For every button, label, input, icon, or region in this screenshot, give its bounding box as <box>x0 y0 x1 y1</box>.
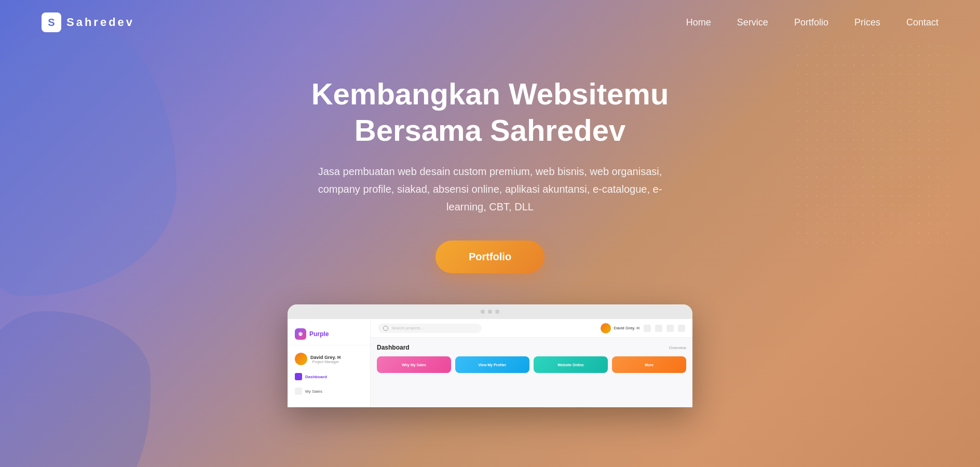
mock-card-teal: Website Online <box>534 356 608 373</box>
mock-sidebar: Purple David Grey. H Project Manager Das… <box>288 319 371 407</box>
mock-topbar-user: David Grey. H <box>601 323 639 333</box>
mock-brand: Purple <box>288 326 370 345</box>
mock-nav-dot-sales <box>295 388 302 395</box>
browser-bar <box>288 304 692 319</box>
mock-search: Search projects... <box>378 324 482 333</box>
hero-title-line1: Kembangkan Websitemu <box>311 77 669 111</box>
mock-nav-label-sales: My Sales <box>305 389 322 394</box>
mock-overview-label: Overview <box>669 345 686 350</box>
mock-card-orange: More <box>612 356 686 373</box>
mock-user-role: Project Manager <box>310 360 341 364</box>
mock-user-info: David Grey. H Project Manager <box>310 355 341 364</box>
mock-brand-icon <box>295 328 306 340</box>
browser-dot-1 <box>481 310 485 314</box>
nav-link-portfolio[interactable]: Portfolio <box>794 17 828 28</box>
logo-area: S Sahredev <box>42 12 134 32</box>
mock-topbar-avatar <box>601 323 611 333</box>
mock-dashboard-header: Dashboard Overview <box>377 344 686 351</box>
mock-content: Dashboard Overview Why My Sales View My … <box>371 338 692 379</box>
browser-dot-3 <box>495 310 499 314</box>
mock-card-label-pink: Why My Sales <box>402 363 426 367</box>
mock-nav-dashboard: Dashboard <box>288 370 370 383</box>
hero-title-line2: Bersama Sahredev <box>355 113 625 147</box>
logo-letter: S <box>48 17 55 29</box>
logo-icon: S <box>42 12 61 32</box>
mock-card-label-orange: More <box>645 363 654 367</box>
mock-card-label-blue: View My Profiler <box>479 363 507 367</box>
mock-topbar-icon-3 <box>666 325 674 332</box>
mock-topbar-icon-2 <box>655 325 662 332</box>
hero-title: Kembangkan Websitemu Bersama Sahredev <box>311 76 669 148</box>
browser-inner: Purple David Grey. H Project Manager Das… <box>288 319 692 407</box>
brand-name: Sahredev <box>66 16 134 29</box>
mock-topbar: Search projects... David Grey. H <box>371 319 692 338</box>
mock-brand-label: Purple <box>309 330 329 338</box>
hero-subtitle: Jasa pembuatan web desain custom premium… <box>314 163 666 216</box>
browser-mockup: Purple David Grey. H Project Manager Das… <box>288 304 692 407</box>
nav-link-contact[interactable]: Contact <box>906 17 938 28</box>
mock-nav-dot-dashboard <box>295 373 302 380</box>
mock-card-pink: Why My Sales <box>377 356 451 373</box>
nav-link-home[interactable]: Home <box>686 17 711 28</box>
nav-link-service[interactable]: Service <box>737 17 768 28</box>
mock-topbar-right: David Grey. H <box>601 323 685 333</box>
mock-topbar-icon-1 <box>644 325 651 332</box>
mock-topbar-icon-4 <box>678 325 685 332</box>
mock-user-row: David Grey. H Project Manager <box>288 350 370 368</box>
mock-nav-sales: My Sales <box>288 385 370 397</box>
nav-item-contact[interactable]: Contact <box>906 17 938 28</box>
mock-avatar <box>295 353 307 365</box>
nav-item-service[interactable]: Service <box>737 17 768 28</box>
nav-item-home[interactable]: Home <box>686 17 711 28</box>
nav-item-prices[interactable]: Prices <box>854 17 880 28</box>
mock-cards-row: Why My Sales View My Profiler Website On… <box>377 356 686 373</box>
hero-section: S Sahredev Home Service Portfolio Prices… <box>0 0 980 467</box>
mock-topbar-name: David Grey. H <box>614 326 639 330</box>
search-icon <box>383 326 388 331</box>
mock-user-name: David Grey. H <box>310 355 341 360</box>
portfolio-button[interactable]: Portfolio <box>435 241 545 273</box>
browser-dot-2 <box>488 310 492 314</box>
nav-item-portfolio[interactable]: Portfolio <box>794 17 828 28</box>
navbar: S Sahredev Home Service Portfolio Prices… <box>0 0 980 45</box>
nav-link-prices[interactable]: Prices <box>854 17 880 28</box>
mock-dashboard-title: Dashboard <box>377 344 410 351</box>
hero-content: Kembangkan Websitemu Bersama Sahredev Ja… <box>0 45 980 467</box>
mock-nav-label-dashboard: Dashboard <box>305 375 327 379</box>
nav-links: Home Service Portfolio Prices Contact <box>686 17 938 28</box>
mock-card-blue: View My Profiler <box>455 356 529 373</box>
mock-card-label-teal: Website Online <box>557 363 583 367</box>
mock-main: Search projects... David Grey. H <box>371 319 692 407</box>
mock-search-placeholder: Search projects... <box>391 326 424 330</box>
